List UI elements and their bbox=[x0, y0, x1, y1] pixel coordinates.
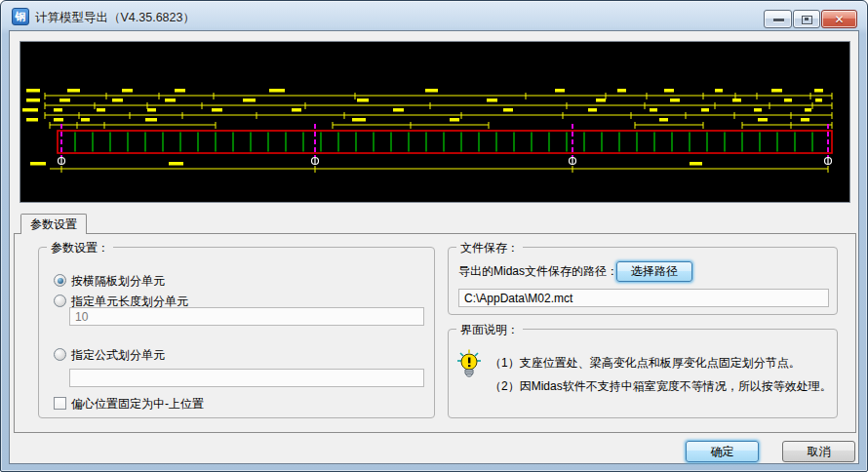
radio-divide-by-length-label[interactable]: 指定单元长度划分单元 bbox=[71, 295, 188, 308]
export-path-label: 导出的Midas文件保存的路径： bbox=[458, 264, 618, 278]
choose-path-button[interactable]: 选择路径 bbox=[616, 261, 692, 282]
radio-divide-by-formula[interactable] bbox=[54, 348, 66, 361]
note-line-1: （1）支座位置处、梁高变化点和板厚变化点固定划分节点。 bbox=[490, 355, 801, 372]
radio-divide-by-formula-label[interactable]: 指定公式划分单元 bbox=[71, 348, 165, 362]
app-icon: 钢 bbox=[12, 8, 29, 25]
element-length-input[interactable] bbox=[69, 307, 424, 326]
maximize-button[interactable] bbox=[793, 10, 820, 28]
parameter-settings-group: 参数设置： 按横隔板划分单元 指定单元长度划分单元 指定公式划分单元 偏心位置固… bbox=[38, 247, 435, 418]
tab-parameter-settings[interactable]: 参数设置 bbox=[20, 214, 87, 234]
close-button[interactable]: ✕ bbox=[821, 10, 857, 28]
radio-divide-by-diaphragm[interactable] bbox=[54, 274, 66, 287]
maximize-icon bbox=[802, 16, 812, 24]
parameter-settings-legend: 参数设置： bbox=[47, 240, 113, 256]
radio-divide-by-length[interactable] bbox=[54, 295, 66, 307]
dialog-window: 钢 计算模型导出（V4.35.6823） ✕ 参数设置 参数设置： 按横隔板划分… bbox=[0, 0, 868, 472]
ok-button[interactable]: 确定 bbox=[686, 441, 759, 462]
title-bar[interactable]: 钢 计算模型导出（V4.35.6823） ✕ bbox=[2, 2, 866, 30]
cad-preview bbox=[20, 41, 850, 203]
eccentric-position-checkbox-label[interactable]: 偏心位置固定为中-上位置 bbox=[71, 397, 204, 411]
eccentric-position-checkbox[interactable] bbox=[54, 397, 66, 410]
radio-divide-by-diaphragm-label[interactable]: 按横隔板划分单元 bbox=[71, 274, 165, 288]
interface-notes-group: 界面说明： （1）支座位置处、梁高变化点和板厚变化点固定划分节点。 （2）因Mi… bbox=[448, 329, 838, 418]
interface-notes-legend: 界面说明： bbox=[456, 322, 523, 338]
beam-elevation-drawing bbox=[20, 42, 849, 202]
minimize-button[interactable] bbox=[764, 10, 792, 28]
file-save-group: 文件保存： 导出的Midas文件保存的路径： 选择路径 bbox=[448, 247, 838, 315]
minimize-icon bbox=[773, 19, 784, 21]
tip-lightbulb-icon bbox=[454, 349, 484, 380]
cancel-button[interactable]: 取消 bbox=[782, 441, 855, 462]
close-icon: ✕ bbox=[834, 14, 844, 25]
formula-input[interactable] bbox=[69, 369, 424, 387]
file-save-legend: 文件保存： bbox=[456, 240, 523, 256]
note-line-2: （2）因Midas软件不支持中箱室宽度不等情况，所以按等效处理。 bbox=[490, 378, 832, 395]
export-path-input[interactable] bbox=[458, 289, 829, 307]
window-title: 计算模型导出（V4.35.6823） bbox=[35, 10, 195, 26]
